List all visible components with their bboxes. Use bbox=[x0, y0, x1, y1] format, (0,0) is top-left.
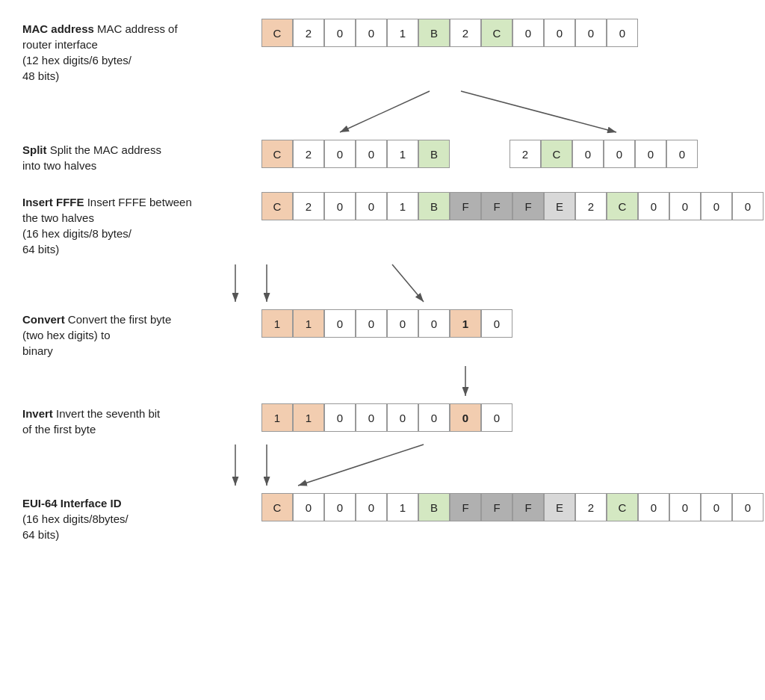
hex-cell: B bbox=[418, 19, 450, 47]
hex-cell: C bbox=[261, 493, 293, 521]
insert-bold-label: Insert FFFE bbox=[22, 196, 84, 208]
mac-hex-row: C2001B2C0000 bbox=[261, 19, 638, 47]
hex-cell: 0 bbox=[450, 403, 481, 432]
hex-cell: 0 bbox=[666, 140, 698, 168]
hex-cell: 0 bbox=[324, 192, 356, 220]
insert-label-2: the two halves bbox=[22, 210, 247, 226]
svg-line-1 bbox=[461, 91, 616, 132]
section-eui64: EUI-64 Interface ID (16 hex digits/8byte… bbox=[22, 489, 743, 542]
hex-cell: 0 bbox=[356, 192, 387, 220]
hex-cell: F bbox=[481, 493, 512, 521]
convert-label-1: Convert the first byte bbox=[68, 313, 171, 326]
section-mac: MAC address MAC address of router interf… bbox=[22, 15, 743, 84]
convert-label-3: binary bbox=[22, 343, 247, 359]
hex-cell: 0 bbox=[701, 493, 732, 521]
hex-cell: 0 bbox=[324, 309, 356, 338]
hex-cell: 0 bbox=[572, 140, 604, 168]
diagram-eui64: C0001BFFFE2C0000 bbox=[261, 489, 764, 521]
diagram-convert: 11000010 bbox=[261, 306, 743, 338]
label-insert: Insert FFFE Insert FFFE between the two … bbox=[22, 188, 261, 257]
main-container: MAC address MAC address of router interf… bbox=[22, 15, 743, 550]
mac-label-2: router interface bbox=[22, 37, 247, 52]
hex-cell: 1 bbox=[261, 403, 293, 432]
eui64-bold-label: EUI-64 Interface ID bbox=[22, 497, 122, 509]
hex-cell: 0 bbox=[575, 19, 607, 47]
hex-cell: 0 bbox=[669, 493, 701, 521]
section-insert: Insert FFFE Insert FFFE between the two … bbox=[22, 188, 743, 257]
hex-cell: 1 bbox=[387, 493, 418, 521]
invert-bold-label: Invert bbox=[22, 407, 53, 420]
split-label-2: into two halves bbox=[22, 158, 247, 173]
mac-bold-label: MAC address bbox=[22, 22, 94, 35]
hex-cell: 0 bbox=[732, 493, 764, 521]
insert-label-3: (16 hex digits/8 bytes/ bbox=[22, 226, 247, 241]
hex-cell: 0 bbox=[638, 192, 669, 220]
split-bold-label: Split bbox=[22, 143, 47, 156]
hex-cell: 0 bbox=[293, 493, 324, 521]
hex-cell: 2 bbox=[450, 19, 481, 47]
hex-cell: 2 bbox=[293, 192, 324, 220]
hex-cell: 0 bbox=[512, 19, 544, 47]
mac-label-3: (12 hex digits/6 bytes/ bbox=[22, 52, 247, 68]
hex-cell: C bbox=[261, 140, 293, 168]
svg-line-0 bbox=[340, 91, 430, 132]
hex-cell: 1 bbox=[450, 309, 481, 338]
hex-cell: 0 bbox=[604, 140, 635, 168]
hex-cell: 0 bbox=[638, 493, 669, 521]
split-label-1: Split the MAC address bbox=[50, 143, 161, 156]
hex-cell: 0 bbox=[418, 309, 450, 338]
arrow-mac-split bbox=[261, 91, 710, 136]
hex-cell: F bbox=[512, 192, 544, 220]
hex-cell: C bbox=[481, 19, 512, 47]
hex-cell: 0 bbox=[635, 140, 666, 168]
hex-cell: F bbox=[450, 493, 481, 521]
section-split: Split Split the MAC address into two hal… bbox=[22, 136, 743, 173]
hex-cell: 0 bbox=[324, 403, 356, 432]
hex-cell: 0 bbox=[356, 140, 387, 168]
invert-label-2: of the first byte bbox=[22, 421, 247, 437]
convert-label-2: (two hex digits) to bbox=[22, 327, 247, 343]
hex-cell: C bbox=[261, 19, 293, 47]
hex-cell: F bbox=[512, 493, 544, 521]
label-eui64: EUI-64 Interface ID (16 hex digits/8byte… bbox=[22, 489, 261, 542]
insert-hex-row: C2001BFFFE2C0000 bbox=[261, 192, 764, 220]
arrow-insert-convert bbox=[220, 264, 743, 306]
hex-cell: F bbox=[481, 192, 512, 220]
hex-cell: 0 bbox=[356, 403, 387, 432]
hex-cell: 0 bbox=[356, 309, 387, 338]
hex-cell: 0 bbox=[481, 309, 512, 338]
hex-cell: 1 bbox=[387, 19, 418, 47]
hex-cell: 0 bbox=[544, 19, 575, 47]
split-right-row: 2C0000 bbox=[510, 140, 698, 168]
eui64-hex-row: C0001BFFFE2C0000 bbox=[261, 493, 764, 521]
invert-label-1: Invert the seventh bit bbox=[56, 407, 160, 420]
diagram-mac: C2001B2C0000 bbox=[261, 15, 743, 47]
hex-cell: 0 bbox=[481, 403, 512, 432]
svg-line-12 bbox=[298, 445, 424, 486]
label-split: Split Split the MAC address into two hal… bbox=[22, 136, 261, 173]
convert-bold-label: Convert bbox=[22, 313, 65, 326]
section-invert: Invert Invert the seventh bit of the fir… bbox=[22, 400, 743, 437]
hex-cell: 2 bbox=[293, 19, 324, 47]
hex-cell: 0 bbox=[324, 493, 356, 521]
hex-cell: 1 bbox=[293, 309, 324, 338]
hex-cell: 0 bbox=[387, 403, 418, 432]
label-convert: Convert Convert the first byte (two hex … bbox=[22, 306, 261, 359]
hex-cell: 0 bbox=[418, 403, 450, 432]
mac-label-1: MAC address of bbox=[97, 22, 178, 35]
label-mac: MAC address MAC address of router interf… bbox=[22, 15, 261, 84]
insert-label-1: Insert FFFE between bbox=[87, 196, 192, 208]
hex-cell: E bbox=[544, 493, 575, 521]
section-convert: Convert Convert the first byte (two hex … bbox=[22, 306, 743, 359]
diagram-insert: C2001BFFFE2C0000 bbox=[261, 188, 764, 220]
eui64-label-2: (16 hex digits/8bytes/ bbox=[22, 511, 247, 527]
invert-binary-row: 11000000 bbox=[261, 403, 512, 432]
mac-label-4: 48 bits) bbox=[22, 68, 247, 84]
hex-cell: 1 bbox=[261, 309, 293, 338]
hex-cell: B bbox=[418, 192, 450, 220]
insert-label-4: 64 bits) bbox=[22, 241, 247, 257]
hex-cell: B bbox=[418, 493, 450, 521]
hex-cell: F bbox=[450, 192, 481, 220]
hex-cell: 0 bbox=[732, 192, 764, 220]
diagram-invert: 11000000 bbox=[261, 400, 743, 432]
